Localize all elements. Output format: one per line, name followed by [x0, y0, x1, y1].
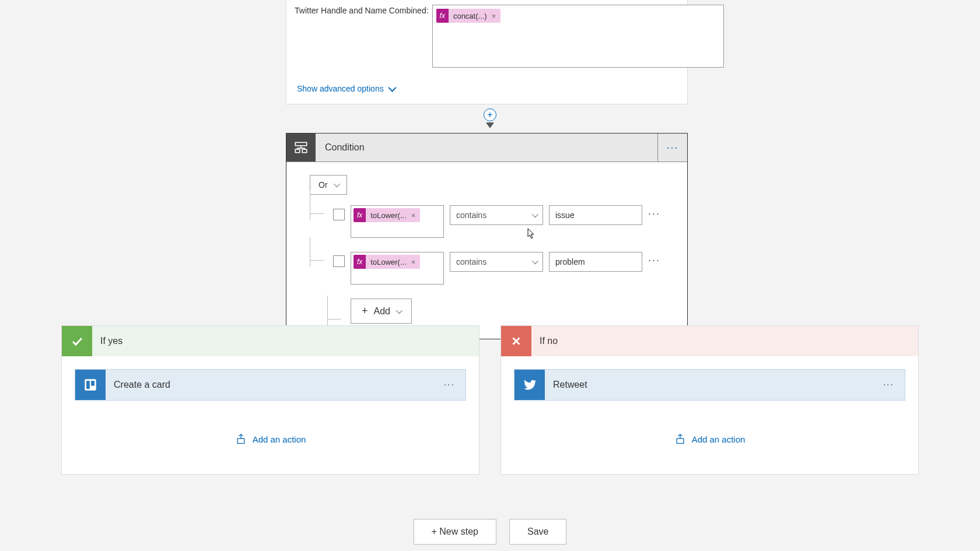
footer-buttons: + New step Save — [0, 519, 980, 545]
condition-row: fx toLower(... × contains ··· — [310, 252, 670, 285]
operator-dropdown[interactable]: contains — [450, 205, 543, 225]
svg-rect-10 — [237, 438, 244, 443]
fx-icon: fx — [354, 208, 366, 222]
field-label: Twitter Handle and Name Combined: — [295, 5, 429, 15]
svg-rect-8 — [86, 381, 90, 389]
condition-title: Condition — [316, 134, 658, 162]
compare-value-input[interactable] — [549, 252, 642, 272]
plus-icon: + — [362, 305, 368, 317]
value-input[interactable]: fx toLower(... × — [351, 252, 444, 285]
svg-rect-2 — [302, 149, 307, 152]
check-icon — [62, 326, 92, 356]
expression-token[interactable]: fx concat(...) × — [436, 9, 501, 23]
logic-operator-dropdown[interactable]: Or — [310, 175, 347, 195]
field-input[interactable]: fx concat(...) × — [432, 5, 724, 68]
svg-rect-0 — [295, 142, 307, 145]
previous-action-card: Twitter Handle and Name Combined: fx con… — [286, 0, 688, 104]
action-card-trello[interactable]: Create a card ··· — [75, 369, 466, 401]
condition-menu-button[interactable]: ··· — [658, 134, 687, 162]
condition-branches: If yes Create a card ··· Add an action — [61, 325, 919, 475]
remove-token-icon[interactable]: × — [492, 12, 501, 20]
insert-step-connector[interactable]: + — [481, 108, 499, 128]
chevron-down-icon — [532, 211, 538, 217]
row-select-checkbox[interactable] — [333, 209, 345, 220]
chevron-down-icon — [396, 307, 402, 313]
row-menu-button[interactable]: ··· — [648, 252, 660, 266]
remove-token-icon[interactable]: × — [411, 211, 421, 220]
trello-icon — [75, 370, 106, 400]
action-menu-button[interactable]: ··· — [873, 380, 905, 390]
branch-header-yes: If yes — [62, 326, 479, 356]
condition-card: Condition ··· Or fx toLower(... × — [286, 133, 688, 339]
remove-token-icon[interactable]: × — [411, 258, 421, 266]
x-icon — [501, 326, 531, 356]
operator-dropdown[interactable]: contains — [450, 252, 543, 272]
expression-token[interactable]: fx toLower(... × — [354, 208, 420, 222]
add-action-link[interactable]: Add an action — [75, 433, 466, 445]
svg-rect-9 — [91, 381, 94, 386]
branch-header-no: If no — [501, 326, 918, 356]
twitter-icon — [514, 370, 545, 400]
svg-rect-1 — [295, 149, 300, 152]
show-advanced-options-link[interactable]: Show advanced options — [286, 76, 404, 104]
condition-header[interactable]: Condition ··· — [286, 134, 687, 162]
expression-token[interactable]: fx toLower(... × — [354, 255, 420, 269]
row-menu-button[interactable]: ··· — [648, 205, 660, 220]
compare-value-input[interactable] — [549, 205, 642, 225]
condition-icon — [286, 134, 316, 162]
row-select-checkbox[interactable] — [333, 255, 345, 267]
condition-row: fx toLower(... × contains ··· — [310, 205, 670, 238]
add-action-link[interactable]: Add an action — [514, 433, 905, 445]
if-no-branch: If no Retweet ··· Add an action — [501, 325, 919, 475]
plus-icon[interactable]: + — [484, 108, 496, 121]
if-yes-branch: If yes Create a card ··· Add an action — [61, 325, 480, 475]
save-button[interactable]: Save — [509, 519, 566, 545]
action-menu-button[interactable]: ··· — [433, 380, 466, 390]
fx-icon: fx — [436, 9, 449, 23]
arrow-down-icon — [486, 122, 494, 128]
value-input[interactable]: fx toLower(... × — [351, 205, 444, 238]
new-step-button[interactable]: + New step — [414, 519, 496, 545]
flow-canvas: Twitter Handle and Name Combined: fx con… — [0, 0, 980, 551]
fx-icon: fx — [354, 255, 366, 269]
action-card-twitter[interactable]: Retweet ··· — [514, 369, 905, 401]
chevron-down-icon — [388, 84, 396, 92]
chevron-down-icon — [532, 258, 538, 264]
svg-rect-16 — [677, 438, 684, 443]
add-condition-button[interactable]: + Add — [351, 299, 412, 324]
chevron-down-icon — [333, 181, 340, 187]
